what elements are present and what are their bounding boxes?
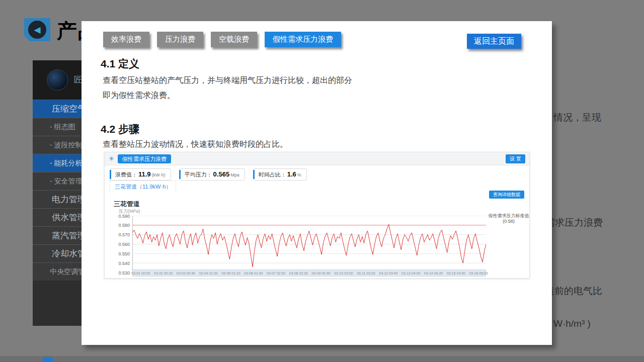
x-tick-label: 03-05 01:20 <box>221 272 240 275</box>
tab-3[interactable]: 空载浪费 <box>211 32 257 47</box>
stat-card: 浪费值：11.9(kW·h) <box>110 168 171 180</box>
x-tick-label: 03-09 02:40 <box>311 272 330 275</box>
stat-unit: (kW·h) <box>152 172 166 177</box>
settings-button[interactable]: 设 置 <box>506 154 525 163</box>
y-tick-label: 0.570 <box>105 232 130 237</box>
stat-card: 平均压力：0.565Mpa <box>179 168 245 180</box>
x-tick-label: 03-14 04:20 <box>424 272 443 275</box>
section-heading-steps: 4.2 步骤 <box>101 122 139 136</box>
stat-card: 时间占比：1.6% <box>253 168 307 180</box>
x-tick-label: 03-13 04:00 <box>401 272 420 275</box>
y-tick-label: 0.550 <box>105 251 130 256</box>
stat-value: 0.565 <box>213 170 230 178</box>
stats-row: 浪费值：11.9(kW·h)平均压力：0.565Mpa时间占比：1.6% <box>110 168 307 180</box>
section-body-definition: 查看空压站整站的产气压力，并与终端用气压力进行比较，超出的部分 即为假性需求浪费… <box>103 73 374 103</box>
stat-label: 平均压力： <box>185 171 212 178</box>
x-tick-label: 03-07 02:00 <box>267 272 285 275</box>
bg-text-fragment: 造前的电气比 <box>545 285 602 298</box>
stat-value: 1.6 <box>287 170 296 178</box>
stat-label: 时间占比： <box>259 171 286 178</box>
x-tick-label: 03-03 00:40 <box>177 272 195 275</box>
y-tick-label: 0.560 <box>105 242 130 247</box>
y-tick-label: 0.580 <box>105 223 130 228</box>
x-tick-label: 03-15 04:40 <box>447 272 465 275</box>
threshold-annotation: 假性需求压力标准值 (0.58) <box>487 213 530 225</box>
y-tick-label: 0.530 <box>105 270 130 276</box>
chart-x-ticks: 03-01 00:0003-02 00:2003-03 00:4003-04 0… <box>131 272 488 275</box>
bottom-blue-chip <box>43 357 53 362</box>
return-home-button[interactable]: 返回主页面 <box>467 34 521 49</box>
bg-text-fragment: 情况，呈现 <box>553 111 601 124</box>
stat-value: 11.9 <box>138 170 151 178</box>
pressure-line-chart <box>132 216 486 273</box>
x-tick-label: 03-02 00:20 <box>154 272 173 275</box>
x-tick-label: 03-06 01:40 <box>244 272 263 275</box>
back-logo-badge[interactable]: ◀ <box>24 18 50 41</box>
x-tick-label: 03-11 03:20 <box>357 272 375 275</box>
tab-2[interactable]: 压力浪费 <box>157 32 203 47</box>
embedded-dashboard: ✳ 假性需求压力浪费 设 置 浪费值：11.9(kW·h)平均压力：0.565M… <box>104 152 530 279</box>
y-tick-label: 0.590 <box>105 214 130 219</box>
stat-label: 浪费值： <box>115 171 137 178</box>
section-body-steps: 查看整站压力波动情况，快速获知浪费时段的占比。 <box>103 137 374 152</box>
x-tick-label: 03-16 05:00 <box>469 272 488 275</box>
snowflake-icon: ✳ <box>109 155 114 162</box>
tab-4[interactable]: 假性需求压力浪费 <box>265 32 341 47</box>
pipeline-tab[interactable]: 三花管道（11.9kW·h） <box>110 180 176 193</box>
section-heading-definition: 4.1 定义 <box>101 57 139 71</box>
tab-1[interactable]: 效率浪费 <box>103 32 149 47</box>
back-arrow-icon: ◀ <box>28 21 46 39</box>
query-detail-button[interactable]: 查询详细数据 <box>489 191 524 199</box>
sidebar-logo-text: 匠 <box>74 75 82 85</box>
y-tick-label: 0.540 <box>105 261 130 266</box>
dashboard-title-badge: 假性需求压力浪费 <box>118 154 171 163</box>
x-tick-label: 03-10 03:00 <box>334 272 353 275</box>
app-logo-icon <box>47 69 68 90</box>
x-tick-label: 03-04 01:00 <box>199 272 217 275</box>
x-tick-label: 03-12 03:40 <box>379 272 397 275</box>
waste-type-tabs: 效率浪费压力浪费空载浪费假性需求压力浪费 <box>103 32 341 47</box>
content-modal: 效率浪费压力浪费空载浪费假性需求压力浪费 返回主页面 4.1 定义 查看空压站整… <box>82 21 552 345</box>
x-tick-label: 03-01 00:00 <box>131 272 150 275</box>
bg-text-fragment: 需求压力浪费 <box>545 216 603 229</box>
bottom-strip <box>0 356 644 362</box>
stage: ◀ 产品 匠 压缩空气- 组态图- 波段控制- 能耗分析- 安全管理电力管理供水… <box>0 0 644 362</box>
x-tick-label: 03-08 02:20 <box>289 272 308 275</box>
chart-title: 三花管道 <box>114 200 140 209</box>
stat-unit: Mpa <box>230 172 239 177</box>
bg-text-fragment: W·h/m³ ) <box>553 318 591 329</box>
stat-unit: % <box>297 172 301 177</box>
